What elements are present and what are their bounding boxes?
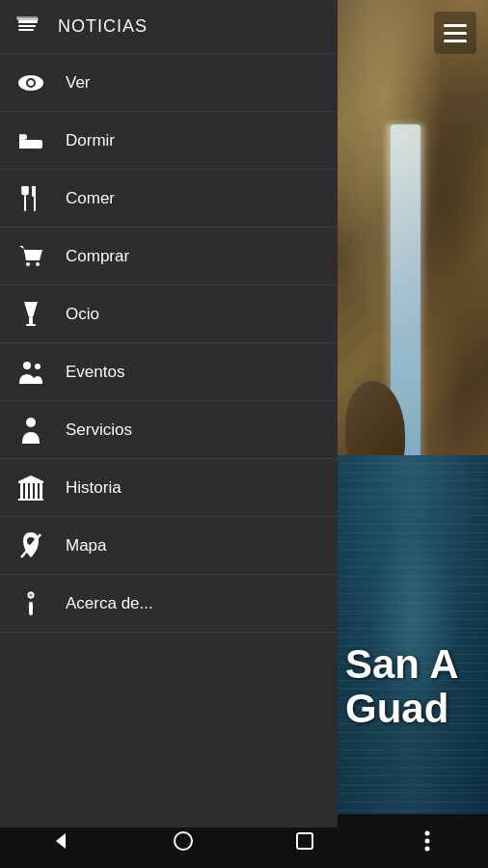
cart-icon [15, 241, 46, 272]
svg-rect-19 [26, 324, 36, 326]
svg-point-40 [424, 839, 429, 844]
svg-rect-23 [18, 499, 43, 501]
svg-marker-30 [18, 475, 43, 481]
photo-panel: San A Guad [338, 0, 488, 827]
bed-icon [15, 125, 46, 156]
sidebar-item-ver[interactable]: Ver [0, 54, 338, 112]
location-off-icon [15, 530, 46, 561]
svg-rect-25 [20, 483, 23, 499]
photo-text-line2: Guad [345, 687, 480, 731]
svg-point-22 [26, 418, 36, 427]
svg-point-39 [424, 831, 429, 836]
sidebar-item-historia-label: Historia [66, 478, 122, 498]
sidebar-item-dormir[interactable]: Dormir [0, 112, 338, 170]
hamburger-line-2 [444, 32, 467, 35]
svg-rect-27 [30, 483, 33, 499]
building-icon [15, 473, 46, 503]
sidebar-item-comer[interactable]: Comer [0, 170, 338, 228]
sidebar-item-acerca[interactable]: i Acerca de... [0, 575, 338, 633]
sidebar-item-mapa[interactable]: Mapa [0, 517, 338, 575]
sidebar-item-servicios[interactable]: Servicios [0, 401, 338, 459]
svg-rect-1 [18, 25, 36, 27]
sidebar-header[interactable]: NOTICIAS [0, 0, 338, 54]
sidebar-item-ocio[interactable]: Ocio [0, 285, 338, 343]
svg-point-17 [36, 262, 40, 266]
hamburger-line-1 [444, 24, 467, 27]
sidebar-item-comprar[interactable]: Comprar [0, 228, 338, 285]
sidebar-item-ver-label: Ver [66, 73, 91, 93]
eye-icon [15, 68, 46, 98]
sidebar-item-dormir-label: Dormir [66, 131, 115, 150]
svg-rect-24 [18, 481, 43, 483]
sidebar-item-acerca-label: Acerca de... [66, 594, 153, 613]
sidebar-header-label: NOTICIAS [58, 16, 148, 37]
hamburger-line-3 [444, 40, 467, 42]
svg-point-41 [424, 847, 429, 852]
svg-rect-2 [18, 29, 34, 31]
svg-rect-38 [297, 833, 312, 849]
svg-rect-18 [29, 317, 33, 324]
svg-rect-11 [32, 140, 40, 146]
sidebar-item-mapa-label: Mapa [66, 536, 107, 556]
info-icon: i [15, 588, 46, 619]
news-icon [15, 14, 42, 41]
svg-point-12 [21, 134, 27, 140]
sidebar-item-comprar-label: Comprar [66, 247, 129, 266]
svg-rect-26 [25, 483, 28, 499]
main-container: NOTICIAS Ver [0, 0, 488, 827]
sidebar-item-eventos[interactable]: Eventos [0, 343, 338, 401]
photo-text-line1: San A [345, 642, 480, 687]
svg-point-37 [175, 832, 192, 850]
svg-rect-29 [40, 483, 42, 499]
svg-marker-36 [56, 833, 66, 849]
sidebar: NOTICIAS Ver [0, 0, 338, 827]
svg-point-20 [23, 362, 31, 369]
svg-rect-10 [22, 140, 30, 146]
hamburger-button[interactable] [434, 12, 476, 54]
nav-menu-button[interactable] [406, 820, 448, 862]
person-icon [15, 415, 46, 446]
svg-rect-0 [18, 20, 38, 23]
svg-point-7 [28, 80, 34, 86]
sidebar-item-historia[interactable]: Historia [0, 459, 338, 517]
svg-rect-4 [17, 18, 39, 20]
sidebar-item-ocio-label: Ocio [66, 305, 99, 324]
photo-text: San A Guad [338, 642, 488, 731]
svg-rect-14 [24, 196, 26, 211]
sidebar-item-servicios-label: Servicios [66, 420, 132, 440]
svg-text:i: i [30, 590, 33, 601]
sidebar-item-comer-label: Comer [66, 189, 115, 208]
svg-rect-34 [29, 602, 33, 615]
svg-rect-28 [35, 483, 38, 499]
people-icon [15, 357, 46, 388]
fork-knife-icon [15, 183, 46, 214]
svg-point-21 [35, 364, 41, 369]
glass-icon [15, 299, 46, 330]
sidebar-item-eventos-label: Eventos [66, 363, 124, 382]
svg-point-16 [26, 262, 30, 266]
